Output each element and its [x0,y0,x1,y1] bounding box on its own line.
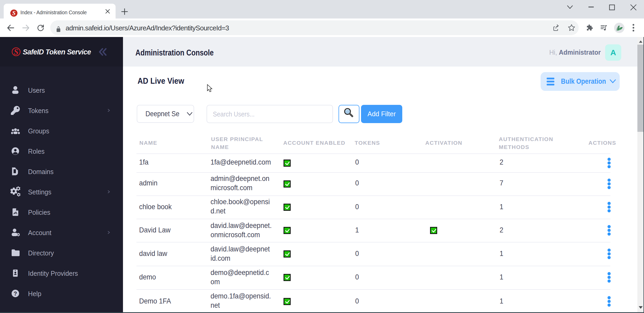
svg-text:S: S [12,10,15,16]
svg-text:?: ? [14,291,17,297]
svg-text:S: S [14,47,18,56]
